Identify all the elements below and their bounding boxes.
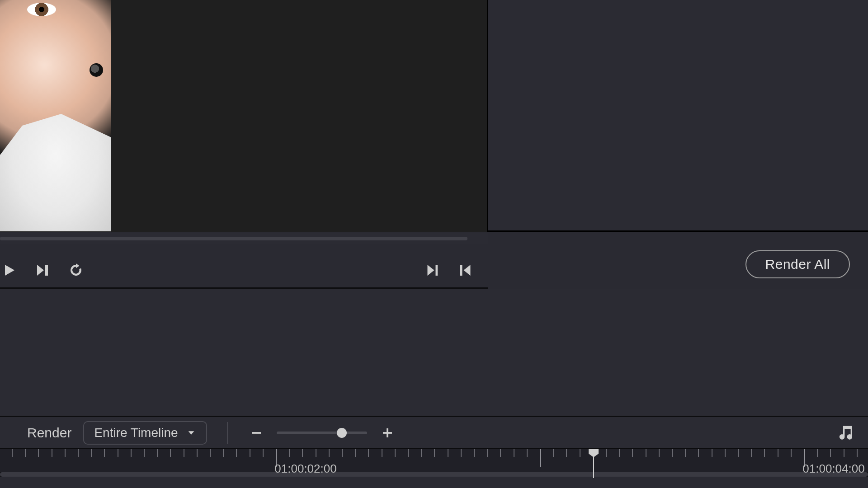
ruler-tick <box>421 449 422 457</box>
ruler-tick <box>52 449 52 457</box>
ruler-tick <box>830 449 831 457</box>
ruler-tick <box>725 449 726 457</box>
render-label: Render <box>27 425 71 441</box>
video-frame <box>0 0 111 231</box>
ruler-tick <box>751 449 752 457</box>
viewer-scrub-bar[interactable] <box>0 233 488 244</box>
ruler-tick <box>474 449 475 457</box>
ruler-tick <box>197 449 198 457</box>
scrub-track[interactable] <box>0 237 467 240</box>
ruler-tick <box>580 449 580 457</box>
go-to-out-button[interactable] <box>423 261 441 279</box>
ruler-time-label: 01:00:04:00 <box>802 462 864 476</box>
ruler-tick <box>698 449 699 457</box>
ruler-tick <box>223 449 224 457</box>
ruler-time-label: 01:00:02:00 <box>274 462 336 476</box>
zoom-in-button[interactable] <box>379 424 396 441</box>
ruler-tick <box>157 449 158 457</box>
ruler-tick <box>368 449 369 457</box>
ruler-tick <box>210 449 211 457</box>
ruler-tick <box>329 449 330 457</box>
ruler-tick <box>250 449 250 457</box>
render-options-row: Render Entire Timeline <box>0 416 868 448</box>
ruler-tick <box>514 449 514 457</box>
ruler-tick <box>38 449 39 457</box>
ruler-tick <box>487 449 488 457</box>
ruler-tick <box>342 449 343 457</box>
divider <box>227 422 228 444</box>
ruler-tick <box>289 449 290 457</box>
ruler-tick <box>646 449 646 457</box>
empty-panel <box>0 289 868 416</box>
viewer-pane[interactable] <box>0 0 488 232</box>
playhead[interactable] <box>593 449 594 478</box>
render-range-value: Entire Timeline <box>94 426 178 440</box>
ruler-tick <box>170 449 171 457</box>
ruler-tick <box>448 449 448 457</box>
ruler-tick <box>78 449 79 457</box>
face-placeholder-icon <box>27 3 56 16</box>
ruler-tick <box>236 449 237 457</box>
ruler-tick <box>553 449 554 457</box>
ruler-tick <box>12 449 13 457</box>
ruler-tick <box>817 449 818 457</box>
ruler-tick <box>65 449 66 457</box>
ruler-tick <box>118 449 118 457</box>
ruler-tick <box>144 449 145 457</box>
ruler-tick <box>434 449 435 457</box>
ruler-tick <box>712 449 712 457</box>
music-note-icon <box>836 423 854 441</box>
next-frame-button[interactable] <box>33 261 52 279</box>
ruler-tick <box>184 449 184 457</box>
audio-toggle-button[interactable] <box>836 423 854 443</box>
transport-bar <box>0 253 488 287</box>
ruler-major-tick <box>540 449 541 467</box>
chevron-down-icon <box>186 428 196 438</box>
ruler-tick <box>408 449 409 457</box>
ruler-tick <box>791 449 792 457</box>
ruler-tick <box>685 449 686 457</box>
render-queue-pane <box>488 0 868 232</box>
ruler-tick <box>764 449 765 457</box>
ruler-tick <box>857 449 858 457</box>
loop-button[interactable] <box>67 261 85 279</box>
timeline-ruler[interactable]: 01:00:02:0001:00:04:00 <box>0 448 868 477</box>
render-range-dropdown[interactable]: Entire Timeline <box>83 421 207 445</box>
ruler-tick <box>632 449 633 457</box>
play-button[interactable] <box>0 261 18 279</box>
go-to-in-button[interactable] <box>457 261 475 279</box>
ruler-tick <box>263 449 264 457</box>
timeline-scrollbar-thumb[interactable] <box>0 472 868 477</box>
ruler-tick <box>844 449 844 457</box>
render-all-button[interactable]: Render All <box>745 250 850 278</box>
ruler-tick <box>566 449 567 457</box>
timeline-scrollbar[interactable] <box>0 472 868 477</box>
ruler-tick <box>382 449 382 457</box>
ruler-tick <box>461 449 462 457</box>
ruler-tick <box>25 449 26 457</box>
ruler-tick <box>316 449 316 457</box>
ruler-tick <box>500 449 501 457</box>
zoom-slider[interactable] <box>277 432 367 434</box>
ruler-tick <box>131 449 132 457</box>
ruler-tick <box>91 449 92 457</box>
ruler-tick <box>738 449 739 457</box>
ruler-tick <box>778 449 778 457</box>
ruler-tick <box>395 449 396 457</box>
ruler-tick <box>527 449 528 457</box>
ruler-tick <box>659 449 660 457</box>
ruler-tick <box>619 449 620 457</box>
ruler-tick <box>672 449 673 457</box>
ruler-tick <box>606 449 607 457</box>
zoom-slider-knob[interactable] <box>337 428 347 438</box>
ruler-tick <box>302 449 303 457</box>
earbud-placeholder-icon <box>90 63 103 77</box>
ruler-tick <box>104 449 105 457</box>
zoom-out-button[interactable] <box>248 424 265 441</box>
ruler-tick <box>355 449 356 457</box>
